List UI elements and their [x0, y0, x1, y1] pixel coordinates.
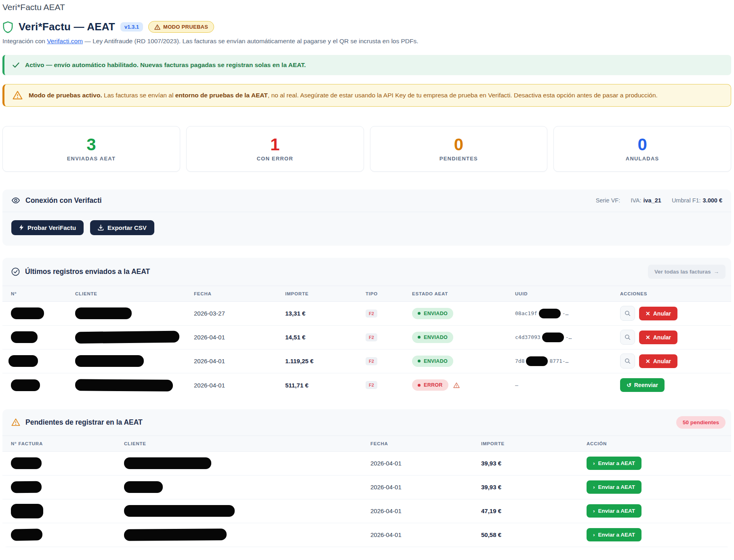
stat-card-anuladas: 0 ANULADAS [553, 126, 731, 172]
cell-uuid: c4d37093-… [507, 333, 612, 342]
redacted-text [526, 356, 548, 366]
col-accion: ACCIÓN [578, 441, 731, 446]
test-banner-seg: Las facturas se envían al [102, 92, 175, 99]
redacted-text [124, 457, 211, 469]
table-row: 2026-04-01 511,71 € F2 ERROR – ↺Reenviar [2, 373, 731, 397]
tipo-badge: F2 [366, 333, 377, 341]
app-title: Veri*Factu — AEAT [19, 21, 115, 33]
download-icon [98, 225, 104, 231]
enviar-label: Enviar a AEAT [598, 508, 635, 514]
col-numero-factura: N° FACTURA [2, 441, 116, 446]
redacted-text [124, 481, 163, 493]
status-label: ENVIADO [424, 311, 448, 316]
redacted-text [75, 331, 179, 344]
cell-fecha: 2026-04-01 [362, 507, 473, 514]
uuid-text: 08ac19f [515, 310, 537, 316]
col-numero: N° [2, 291, 67, 296]
subtitle-text-2: — Ley Antifraude (RD 1007/2023). Las fac… [83, 38, 419, 44]
app-header: Veri*Factu — AEAT v1.3.1 MODO PRUEBAS [2, 21, 731, 33]
cell-importe: 1.119,25 € [277, 358, 358, 364]
inspect-button[interactable] [620, 354, 635, 368]
status-badge: ERROR [412, 379, 448, 391]
status-badge: ENVIADO [412, 356, 453, 367]
status-dot [418, 360, 421, 362]
anular-label: Anular [653, 310, 671, 317]
x-icon: ✕ [646, 358, 650, 364]
verifacti-link[interactable]: Verifacti.com [47, 38, 83, 44]
reenviar-button[interactable]: ↺Reenviar [620, 378, 665, 392]
status-dot [418, 384, 421, 387]
anular-button[interactable]: ✕Anular [639, 307, 677, 320]
cell-fecha: 2026-03-27 [186, 310, 277, 317]
anular-button[interactable]: ✕Anular [639, 331, 677, 344]
cell-fecha: 2026-04-01 [362, 484, 473, 491]
error-warning-icon[interactable] [453, 382, 460, 388]
pending-count-badge: 50 pendientes [676, 416, 726, 429]
probar-label: Probar VeriFactu [27, 224, 76, 231]
uuid-text: c4d37093 [515, 334, 541, 340]
view-all-label: Ver todas las facturas [654, 269, 711, 275]
status-dot [418, 312, 421, 315]
stat-card-con-error: 1 CON ERROR [186, 126, 364, 172]
enviar-label: Enviar a AEAT [598, 460, 635, 466]
redacted-text [11, 504, 43, 518]
probar-verifactu-button[interactable]: Probar VeriFactu [11, 220, 84, 235]
redacted-text [11, 457, 42, 469]
enviar-aeat-button[interactable]: ›Enviar a AEAT [587, 457, 641, 470]
cell-importe: 47,19 € [473, 507, 578, 514]
stat-value-enviadas: 3 [86, 136, 96, 153]
enviar-aeat-button[interactable]: ›Enviar a AEAT [587, 480, 641, 494]
status-badge: ENVIADO [412, 308, 453, 319]
redacted-text [11, 307, 44, 319]
test-mode-label: MODO PRUEBAS [163, 24, 208, 30]
serie-label: Serie VF: [596, 197, 620, 204]
enviar-aeat-button[interactable]: ›Enviar a AEAT [587, 528, 641, 541]
cell-importe: 14,51 € [277, 334, 358, 341]
test-banner-seg-2: , no al real. Asegúrate de estar usando … [268, 92, 658, 99]
col-tipo: TIPO [358, 291, 404, 296]
inspect-button[interactable] [620, 306, 635, 321]
view-all-invoices-button[interactable]: Ver todas las facturas → [648, 265, 726, 279]
chevron-right-icon: › [593, 532, 595, 538]
uuid-text: – [515, 382, 518, 388]
search-icon [625, 334, 631, 340]
anular-button[interactable]: ✕Anular [639, 354, 677, 368]
status-label: ENVIADO [424, 335, 448, 340]
status-dot [418, 336, 421, 339]
redacted-text [11, 331, 38, 343]
test-banner-bold-2: entorno de pruebas de la AEAT [175, 92, 268, 99]
sent-records-title: Últimos registros enviados a la AEAT [25, 267, 150, 276]
table-row: 2026-03-27 13,31 € F2 ENVIADO 08ac19f-… … [2, 302, 731, 326]
col-uuid: UUID [507, 291, 612, 296]
umbral-setting: Umbral F1:3.000 € [672, 197, 722, 204]
redacted-text [11, 379, 40, 391]
test-mode-banner: Modo de pruebas activo. Las facturas se … [2, 84, 731, 107]
redacted-text [539, 309, 561, 318]
pending-table-header: N° FACTURA CLIENTE FECHA IMPORTE ACCIÓN [2, 436, 731, 452]
iva-setting: IVA:iva_21 [631, 197, 661, 204]
inspect-button[interactable] [620, 330, 635, 345]
cell-fecha: 2026-04-01 [186, 382, 277, 389]
table-row: 2026-04-01 39,93 € ›Enviar a AEAT [2, 476, 731, 499]
shield-icon [2, 21, 13, 33]
chevron-right-icon: › [593, 508, 595, 514]
iva-value: iva_21 [644, 197, 661, 204]
col-fecha: FECHA [362, 441, 473, 446]
test-banner-text: Modo de pruebas activo. Las facturas se … [29, 90, 658, 101]
arrow-right-icon: → [714, 269, 719, 275]
tipo-badge: F2 [366, 381, 377, 389]
stat-label-con-error: CON ERROR [257, 156, 293, 162]
pending-panel: Pendientes de registrar en la AEAT 50 pe… [2, 409, 731, 547]
redacted-text [542, 333, 564, 342]
cell-uuid: 08ac19f-… [507, 309, 612, 318]
enviar-aeat-button[interactable]: ›Enviar a AEAT [587, 504, 641, 518]
table-row: 2026-04-01 1.119,25 € F2 ENVIADO 7d88771… [2, 349, 731, 373]
cell-fecha: 2026-04-01 [186, 358, 277, 364]
eye-icon [11, 197, 20, 204]
stat-value-con-error: 1 [270, 136, 280, 153]
stat-label-enviadas: ENVIADAS AEAT [67, 156, 116, 162]
redacted-text [75, 355, 144, 367]
stats-row: 3 ENVIADAS AEAT 1 CON ERROR 0 PENDIENTES… [2, 126, 731, 172]
exportar-csv-button[interactable]: Exportar CSV [90, 220, 154, 235]
warning-icon [154, 24, 160, 30]
